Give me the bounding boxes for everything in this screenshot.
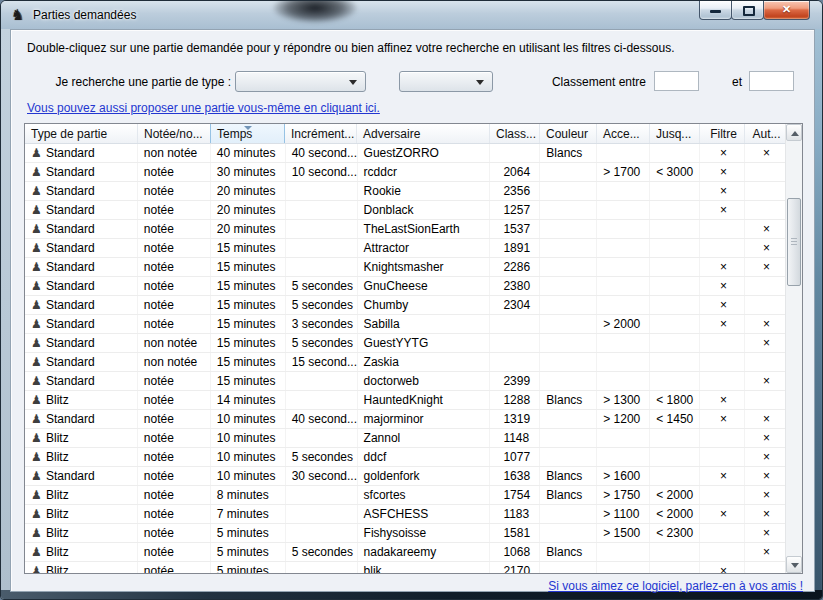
cell-rated: notée: [138, 391, 211, 409]
column-header-rated[interactable]: Notée/no...: [138, 124, 211, 143]
minimize-button[interactable]: [699, 1, 732, 20]
game-row[interactable]: ♟Standardnotée20 minutesDonblack1257×: [25, 201, 785, 220]
game-row[interactable]: ♟Standardnotée15 minutes5 secondesChumby…: [25, 296, 785, 315]
cell-adv: Knightsmasher: [358, 258, 491, 276]
cell-filtre: ×: [700, 258, 745, 276]
cell-adv: Zaskia: [358, 353, 491, 371]
cell-inc: [286, 429, 358, 447]
cell-filtre: ×: [700, 277, 745, 295]
cell-class: 1638: [490, 467, 540, 485]
cell-filtre: [700, 353, 745, 371]
cell-type: ♟Blitz: [25, 524, 138, 542]
cell-aut: [745, 201, 785, 219]
column-header-class[interactable]: Class...: [490, 124, 540, 143]
maximize-button[interactable]: [731, 1, 764, 20]
cell-filtre: [700, 448, 745, 466]
cell-adv: Fishysoisse: [358, 524, 491, 542]
column-header-jusq[interactable]: Jusq...: [650, 124, 700, 143]
cell-type: ♟Standard: [25, 372, 138, 390]
column-header-type[interactable]: Type de partie: [25, 124, 138, 143]
game-type-select[interactable]: [235, 71, 366, 92]
cell-rated: notée: [138, 163, 211, 181]
cell-acce: [597, 277, 650, 295]
cell-color: [540, 353, 597, 371]
scrollbar-thumb[interactable]: [787, 198, 801, 286]
cell-time: 30 minutes: [211, 163, 286, 181]
column-header-inc[interactable]: Incrément...: [285, 124, 357, 143]
cell-class: 2399: [490, 372, 540, 390]
game-row[interactable]: ♟Standardnotée10 minutes30 second...gold…: [25, 467, 785, 486]
game-row[interactable]: ♟Standardnotée10 minutes40 second...majo…: [25, 410, 785, 429]
chess-pawn-icon: ♟: [31, 258, 46, 276]
cell-type: ♟Standard: [25, 467, 138, 485]
game-type-text: Standard: [46, 469, 95, 483]
chess-pawn-icon: ♟: [31, 372, 46, 390]
rating-min-input[interactable]: [654, 71, 699, 91]
cell-rated: notée: [138, 201, 211, 219]
column-header-adv[interactable]: Adversaire: [357, 124, 490, 143]
game-row[interactable]: ♟Blitznotée10 minutesZannol1148×: [25, 429, 785, 448]
game-row[interactable]: ♟Blitznotée8 minutessfcortes1754Blancs> …: [25, 486, 785, 505]
game-type-text: Blitz: [46, 431, 69, 445]
scroll-up-button[interactable]: [786, 124, 802, 141]
cell-jusq: [650, 467, 700, 485]
game-row[interactable]: ♟Blitznotée7 minutesASFCHESS1183> 1100< …: [25, 505, 785, 524]
cell-class: 1068: [490, 543, 540, 561]
cell-jusq: < 2000: [650, 505, 700, 523]
cell-adv: Rookie: [358, 182, 491, 200]
game-row[interactable]: ♟Standardnon notée40 minutes40 second...…: [25, 144, 785, 163]
game-row[interactable]: ♟Standardnon notée15 minutes5 secondesGu…: [25, 334, 785, 353]
title-bar[interactable]: ♞ Parties demandées ✕: [1, 1, 822, 29]
chess-pawn-icon: ♟: [31, 296, 46, 314]
cell-color: Blancs: [540, 391, 597, 409]
game-row[interactable]: ♟Blitznotée5 minutesblik2170×: [25, 562, 785, 573]
cell-rated: notée: [138, 182, 211, 200]
cell-filtre: ×: [700, 315, 745, 333]
game-row[interactable]: ♟Blitznotée5 minutes5 secondesnadakareem…: [25, 543, 785, 562]
cell-type: ♟Standard: [25, 277, 138, 295]
cell-class: 2356: [490, 182, 540, 200]
game-row[interactable]: ♟Standardnotée15 minutesdoctorweb2399×: [25, 372, 785, 391]
rating-max-input[interactable]: [749, 71, 794, 91]
sort-descending-icon: [244, 126, 252, 130]
game-row[interactable]: ♟Standardnotée15 minutesKnightsmasher228…: [25, 258, 785, 277]
cell-type: ♟Blitz: [25, 486, 138, 504]
propose-game-link[interactable]: Vous pouvez aussi proposer une partie vo…: [27, 101, 380, 115]
cell-acce: [597, 144, 650, 162]
cell-filtre: ×: [700, 163, 745, 181]
cell-rated: non notée: [138, 144, 211, 162]
game-row[interactable]: ♟Standardnotée15 minutes3 secondesSabill…: [25, 315, 785, 334]
game-row[interactable]: ♟Blitznotée5 minutesFishysoisse1581> 150…: [25, 524, 785, 543]
cell-rated: notée: [138, 372, 211, 390]
cell-rated: notée: [138, 562, 211, 573]
cell-inc: [286, 486, 358, 504]
cell-class: 1183: [490, 505, 540, 523]
game-row[interactable]: ♟Standardnon notée15 minutes15 second...…: [25, 353, 785, 372]
cell-type: ♟Blitz: [25, 505, 138, 523]
column-header-time[interactable]: Temps: [210, 124, 285, 143]
cell-time: 7 minutes: [211, 505, 286, 523]
column-header-aut[interactable]: Aut...: [745, 124, 785, 143]
game-row[interactable]: ♟Standardnotée15 minutesAttractor1891×: [25, 239, 785, 258]
cell-time: 15 minutes: [211, 239, 286, 257]
vertical-scrollbar[interactable]: [785, 124, 802, 573]
cell-inc: 10 second...: [286, 163, 358, 181]
column-header-filtre[interactable]: Filtre: [700, 124, 745, 143]
game-row[interactable]: ♟Standardnotée20 minutesTheLastSionEarth…: [25, 220, 785, 239]
scroll-down-button[interactable]: [786, 556, 802, 573]
cell-acce: [597, 239, 650, 257]
game-row[interactable]: ♟Standardnotée20 minutesRookie2356×: [25, 182, 785, 201]
column-header-color[interactable]: Couleur: [540, 124, 597, 143]
close-button[interactable]: ✕: [763, 1, 810, 20]
share-with-friends-link[interactable]: Si vous aimez ce logiciel, parlez-en à v…: [548, 579, 803, 593]
game-row[interactable]: ♟Blitznotée10 minutes5 secondesddcf1077×: [25, 448, 785, 467]
game-row[interactable]: ♟Standardnotée15 minutes5 secondesGnuChe…: [25, 277, 785, 296]
cell-color: [540, 258, 597, 276]
game-row[interactable]: ♟Blitznotée14 minutesHauntedKnight1288Bl…: [25, 391, 785, 410]
column-header-acce[interactable]: Acce...: [597, 124, 650, 143]
cell-class: 2304: [490, 296, 540, 314]
cell-time: 5 minutes: [211, 543, 286, 561]
cell-filtre: ×: [700, 296, 745, 314]
game-row[interactable]: ♟Standardnotée30 minutes10 second...rcdd…: [25, 163, 785, 182]
cell-aut: [745, 277, 785, 295]
